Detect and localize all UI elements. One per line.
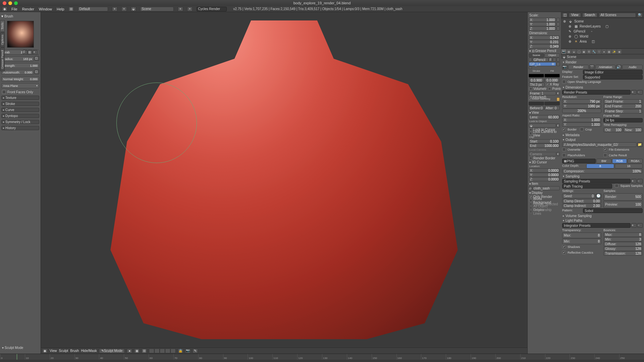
clip-start-field[interactable]: Start:0.100: [529, 139, 560, 143]
x-icon[interactable]: ×: [556, 152, 560, 156]
ref-caustics-check[interactable]: [562, 251, 566, 254]
render-button[interactable]: Render: [568, 65, 589, 69]
mode-combo[interactable]: ✎ Sculpt Mode: [99, 349, 125, 353]
lock-camera-icon[interactable]: 🔒: [178, 349, 183, 353]
integrator-presets-combo[interactable]: Integrator Presets: [562, 223, 631, 228]
vp-sculpt-menu[interactable]: Sculpt: [59, 349, 68, 353]
res-y-field[interactable]: Y:1080 px: [562, 104, 601, 108]
tab-texture-icon[interactable]: ▦: [607, 49, 611, 54]
checkbox-icon[interactable]: [2, 90, 6, 94]
tab-scene-icon[interactable]: ⬙: [572, 49, 576, 54]
render-samples-field[interactable]: Render:500: [603, 193, 643, 201]
gp-scene-tab[interactable]: Scene: [529, 53, 544, 57]
placeholders-check[interactable]: [562, 153, 566, 157]
vp-hidemask-menu[interactable]: Hide/Mask: [81, 349, 97, 353]
minus-icon[interactable]: −: [637, 223, 643, 228]
layer-4[interactable]: [165, 349, 170, 353]
layer-5[interactable]: [170, 349, 176, 353]
gp-id-field[interactable]: GPencil: [532, 58, 549, 62]
dimensions-panel-head[interactable]: ▾Dimensions: [562, 85, 643, 90]
lock-icon[interactable]: [556, 18, 560, 22]
scene-combo[interactable]: Scene: [140, 7, 174, 11]
stroke-alpha[interactable]: 0.0.900: [529, 78, 544, 82]
cd-16-button[interactable]: 16: [615, 164, 643, 168]
display-panel-header[interactable]: ▾ Display: [529, 191, 560, 195]
x-icon[interactable]: ×: [556, 123, 560, 127]
tab-physics-icon[interactable]: ◉: [617, 49, 622, 54]
anim-icon[interactable]: 🎬: [589, 65, 595, 69]
output-panel-head[interactable]: ▾Output: [562, 137, 643, 142]
search-icon[interactable]: 🔍: [637, 13, 643, 17]
layout-add-button[interactable]: +: [112, 7, 117, 11]
output-path-field[interactable]: //./img/mylesStandish_maquette_02/: [562, 142, 637, 147]
cursor-x-field[interactable]: X:0.0000: [529, 168, 560, 172]
x-icon[interactable]: [556, 58, 560, 62]
clamp-direct-field[interactable]: Clamp Direct:0.00: [562, 199, 601, 203]
sampling-method-combo[interactable]: Path Tracing: [562, 184, 612, 189]
cloth-icon[interactable]: ▱: [529, 186, 532, 190]
x-icon[interactable]: ×: [556, 91, 560, 95]
fake-user-button[interactable]: F: [23, 50, 28, 55]
render-panel-head[interactable]: ▾Render: [562, 60, 643, 64]
stroke-section[interactable]: ▸Stroke: [1, 102, 39, 106]
dyntopo-section[interactable]: ▸Dyntopo: [1, 114, 39, 118]
osl-check[interactable]: [562, 80, 566, 84]
border-check[interactable]: [562, 127, 566, 131]
texture-section[interactable]: ▸Texture: [1, 96, 39, 100]
pivot-icon[interactable]: ◉: [134, 349, 140, 353]
outliner-tree[interactable]: ⊕⬙Scene ⊕▦RenderLayers▢ ✎GPencil▫ ⊕◯Worl…: [561, 18, 644, 48]
before-color[interactable]: [529, 102, 544, 105]
fake-user-icon[interactable]: F: [549, 58, 552, 62]
layer-2[interactable]: [154, 349, 160, 353]
fill-color[interactable]: [544, 74, 560, 77]
layout-grid-icon[interactable]: ⊞: [68, 7, 74, 11]
symmetry-section[interactable]: ▸Symmetry / Lock: [1, 120, 39, 124]
animation-button[interactable]: Animation: [595, 65, 616, 69]
lock-icon[interactable]: [556, 22, 560, 26]
autosmooth-lock-icon[interactable]: ⊡: [35, 69, 39, 74]
render-icon[interactable]: 📷: [185, 349, 191, 353]
dim-z-field[interactable]: Z:0.349: [529, 44, 560, 48]
layer-1[interactable]: [149, 349, 154, 353]
plus-icon[interactable]: +: [631, 90, 637, 95]
cd-8-button[interactable]: 8: [586, 164, 614, 168]
tab-options[interactable]: Options: [0, 32, 5, 47]
menu-render[interactable]: Render: [22, 7, 34, 11]
outliner-filter-combo[interactable]: All Scenes: [599, 13, 636, 17]
before-field[interactable]: Before:0: [529, 106, 544, 110]
end-frame-field[interactable]: End Frame:200: [603, 104, 643, 108]
points-check[interactable]: [548, 87, 551, 90]
after-field[interactable]: After: 0: [544, 106, 560, 110]
plus-icon[interactable]: +: [631, 179, 637, 184]
layout-del-button[interactable]: ×: [121, 7, 127, 11]
world-bg-check[interactable]: [529, 199, 532, 202]
clip-end-field[interactable]: End:1000.000: [529, 144, 560, 148]
tab-modifiers-icon[interactable]: 🔧: [592, 49, 596, 54]
scale-y-field[interactable]: Y:1.000: [529, 22, 556, 26]
layer-3[interactable]: [160, 349, 165, 353]
render-icon[interactable]: 📷: [562, 65, 568, 69]
square-samples-check[interactable]: [615, 184, 619, 188]
vp-view-menu[interactable]: View: [50, 349, 57, 353]
tab-data-icon[interactable]: ▽: [597, 49, 601, 54]
trans-min-field[interactable]: Min:8: [562, 239, 601, 244]
audio-button[interactable]: Audio: [622, 65, 643, 69]
sampling-presets-combo[interactable]: Sampling Presets: [562, 179, 631, 184]
cursor-z-field[interactable]: Z:0.0000: [529, 177, 560, 181]
menu-file[interactable]: File: [11, 7, 17, 11]
compression-field[interactable]: Compression:100%: [562, 169, 643, 173]
brush-panel-title[interactable]: ▾ Brush: [1, 13, 39, 19]
trans-max-field[interactable]: Max:8: [562, 232, 601, 238]
engine-combo[interactable]: Cycles Render: [197, 7, 227, 11]
format-combo[interactable]: ▦ PNG: [562, 159, 596, 163]
bounces-min-field[interactable]: Min:3: [603, 237, 643, 242]
onion-check[interactable]: [529, 97, 532, 100]
file-extensions-check[interactable]: [603, 148, 607, 151]
outliner-renderlayers[interactable]: ⊕▦RenderLayers▢: [561, 24, 644, 29]
only-render-check[interactable]: [529, 195, 532, 198]
new-frames-field[interactable]: New:100: [623, 127, 643, 132]
folder-icon[interactable]: 📁: [637, 142, 643, 147]
res-x-field[interactable]: X:790 px: [562, 99, 601, 104]
outliner-area[interactable]: ⊕☀Area◫: [561, 39, 644, 44]
lock-icon[interactable]: [556, 27, 560, 31]
